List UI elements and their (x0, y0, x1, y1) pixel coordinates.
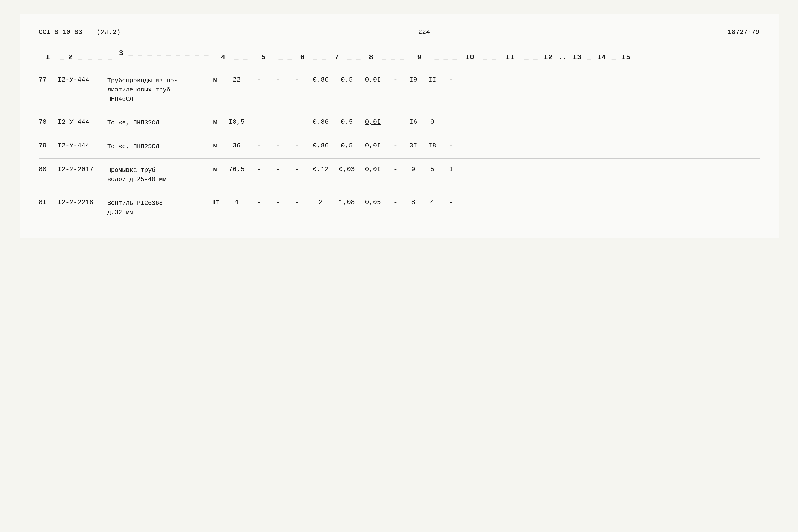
cell-col5: 4 (224, 198, 250, 206)
header-code: ССI-8-10 83 (39, 28, 82, 36)
cell-col8: - (287, 142, 307, 149)
col-header-1: I (39, 53, 58, 61)
column-headers: I _ 2 _ _ _ _ 3 _ _ _ _ _ _ _ _ _ _ 4 _ … (39, 46, 760, 69)
table-row: 8II2-У-2218Вентиль РI26368д.32 ммшт4---2… (39, 191, 760, 224)
cell-unit: м (207, 118, 224, 126)
cell-code: I2-У-444 (58, 118, 107, 126)
cell-col8: - (287, 118, 307, 126)
cell-code: I2-У-2017 (58, 166, 107, 173)
cell-col15: - (442, 118, 461, 126)
col-header-15: I5 (617, 53, 635, 61)
col-header-2: 2 _ _ _ _ (67, 53, 114, 61)
cell-desc: Трубопроводы из по-лиэтиленовых трубПНП4… (107, 76, 207, 104)
cell-num: 8I (39, 198, 58, 206)
cell-col7: - (269, 166, 287, 173)
divider-top (39, 40, 760, 41)
cell-desc: То же, ПНП32СЛ (107, 118, 207, 128)
cell-col6: - (250, 76, 269, 83)
header-right: 18727·79 (727, 28, 759, 36)
header-left: ССI-8-10 83 (УЛ.2) (39, 28, 121, 36)
col-header-4: 4 (214, 53, 233, 61)
table-body: 77I2-У-444Трубопроводы из по-лиэтиленовы… (39, 69, 760, 224)
cell-col8: - (287, 198, 307, 206)
cell-code: I2-У-444 (58, 142, 107, 149)
cell-col7: - (269, 142, 287, 149)
cell-col11: 0,0I (359, 166, 387, 173)
cell-col12: - (387, 166, 404, 173)
cell-col14: 5 (423, 166, 442, 173)
col-header-3: 3 _ _ _ _ _ _ _ _ _ _ (114, 49, 214, 65)
cell-code: I2-У-2218 (58, 198, 107, 206)
cell-col12: - (387, 142, 404, 149)
cell-col15: - (442, 76, 461, 83)
cell-unit: м (207, 142, 224, 149)
cell-col7: - (269, 198, 287, 206)
col-header-13: I3 (568, 53, 587, 61)
cell-col7: - (269, 118, 287, 126)
col-header-12: I2 (539, 53, 558, 61)
col-header-6: 6 (293, 53, 312, 61)
cell-col11: 0,0I (359, 76, 387, 83)
cell-col9: 0,12 (307, 166, 335, 173)
cell-col6: - (250, 198, 269, 206)
cell-col9: 0,86 (307, 76, 335, 83)
cell-col8: - (287, 76, 307, 83)
col-header-10: I0 (458, 53, 482, 61)
cell-col13: I6 (404, 118, 423, 126)
cell-col5: 76,5 (224, 166, 250, 173)
cell-col15: - (442, 198, 461, 206)
cell-desc: Промывка трубводой д.25-40 мм (107, 166, 207, 184)
col-header-14: I4 (592, 53, 611, 61)
cell-col10: 1,08 (335, 198, 359, 206)
col-header-7: 7 (328, 53, 347, 61)
col-header-11: II (497, 53, 523, 61)
cell-col6: - (250, 166, 269, 173)
cell-col14: I8 (423, 142, 442, 149)
cell-col10: 0,5 (335, 76, 359, 83)
cell-col9: 0,86 (307, 142, 335, 149)
cell-col9: 2 (307, 198, 335, 206)
cell-col9: 0,86 (307, 118, 335, 126)
cell-unit: м (207, 76, 224, 83)
header-line: ССI-8-10 83 (УЛ.2) 224 18727·79 (39, 28, 760, 36)
table-row: 78I2-У-444То же, ПНП32СЛмI8,5---0,860,50… (39, 111, 760, 135)
header-center: 224 (418, 28, 430, 36)
cell-col7: - (269, 76, 287, 83)
cell-unit: шт (207, 198, 224, 206)
cell-num: 80 (39, 166, 58, 173)
cell-col11: 0,05 (359, 198, 387, 206)
cell-col5: I8,5 (224, 118, 250, 126)
cell-col5: 22 (224, 76, 250, 83)
table-row: 80I2-У-2017Промывка трубводой д.25-40 мм… (39, 158, 760, 191)
col-header-5: 5 (249, 53, 278, 61)
cell-col10: 0,03 (335, 166, 359, 173)
cell-col14: 9 (423, 118, 442, 126)
cell-unit: м (207, 166, 224, 173)
cell-col15: I (442, 166, 461, 173)
cell-num: 77 (39, 76, 58, 83)
cell-num: 79 (39, 142, 58, 149)
table-row: 79I2-У-444То же, ПНП25СЛм36---0,860,50,0… (39, 135, 760, 158)
cell-col10: 0,5 (335, 118, 359, 126)
cell-col13: 3I (404, 142, 423, 149)
cell-col6: - (250, 142, 269, 149)
cell-col12: - (387, 76, 404, 83)
cell-col11: 0,0I (359, 142, 387, 149)
cell-col13: 8 (404, 198, 423, 206)
cell-col10: 0,5 (335, 142, 359, 149)
cell-col13: I9 (404, 76, 423, 83)
col-header-9: 9 (405, 53, 434, 61)
page-container: ССI-8-10 83 (УЛ.2) 224 18727·79 I _ 2 _ … (20, 14, 779, 239)
cell-col14: II (423, 76, 442, 83)
cell-col12: - (387, 198, 404, 206)
cell-num: 78 (39, 118, 58, 126)
cell-col8: - (287, 166, 307, 173)
cell-col13: 9 (404, 166, 423, 173)
table-row: 77I2-У-444Трубопроводы из по-лиэтиленовы… (39, 69, 760, 111)
cell-desc: То же, ПНП25СЛ (107, 142, 207, 151)
col-header-8: 8 (362, 53, 381, 61)
cell-col15: - (442, 142, 461, 149)
cell-col14: 4 (423, 198, 442, 206)
cell-desc: Вентиль РI26368д.32 мм (107, 198, 207, 217)
cell-col6: - (250, 118, 269, 126)
